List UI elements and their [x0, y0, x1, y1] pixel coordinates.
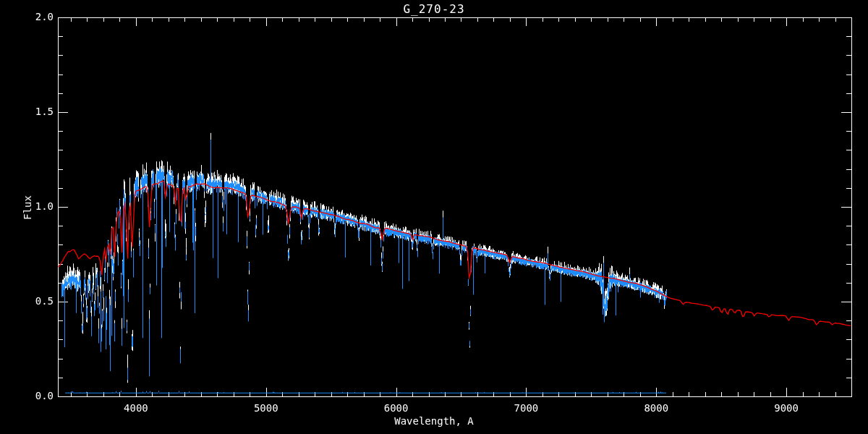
x-tick-label: 6000 [370, 402, 422, 414]
y-tick-label: 0.0 [20, 390, 54, 401]
x-tick-label: 8000 [630, 402, 682, 414]
x-tick-label: 4000 [110, 402, 162, 414]
spectrum-chart-canvas [0, 0, 868, 434]
x-axis-label: Wavelength, A [0, 415, 868, 427]
chart-title: G_270-23 [0, 2, 868, 16]
x-tick-label: 9000 [760, 402, 812, 414]
y-tick-label: 1.5 [20, 106, 54, 117]
y-tick-label: 0.5 [20, 295, 54, 307]
x-tick-label: 7000 [500, 402, 552, 414]
y-tick-label: 1.0 [20, 200, 54, 212]
y-tick-label: 2.0 [20, 11, 54, 22]
spectrum-plot-window: G_270-23 Wavelength, A Flux 400050006000… [0, 0, 868, 434]
x-tick-label: 5000 [240, 402, 292, 414]
